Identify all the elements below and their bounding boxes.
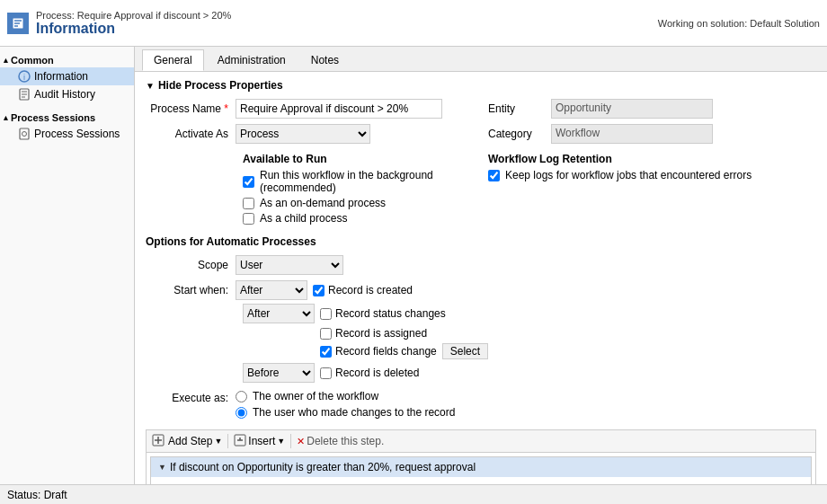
- checkbox-on-demand[interactable]: [243, 198, 254, 209]
- svg-rect-7: [20, 128, 29, 139]
- radio-owner-label: The owner of the workflow: [253, 390, 378, 402]
- condition-suffix: , then:: [402, 482, 431, 484]
- checkbox-keep-logs-label: Keep logs for workflow jobs that encount…: [505, 169, 751, 181]
- add-step-icon: [152, 434, 165, 448]
- condition-link[interactable]: Opportunity:Opportunity Discount (%) > […: [174, 482, 399, 484]
- category-label: Category: [488, 128, 551, 140]
- start-when-select-2[interactable]: After: [243, 304, 315, 323]
- entity-value: Opportunity: [551, 99, 713, 119]
- entity-label: Entity: [488, 102, 551, 115]
- sidebar-section-common: ▴ Common: [0, 52, 134, 67]
- section-collapse-icon: ▼: [146, 81, 155, 91]
- svg-text:i: i: [23, 73, 25, 82]
- insert-icon: [234, 434, 246, 448]
- process-name-input[interactable]: [236, 99, 442, 119]
- radio-owner[interactable]: [236, 391, 247, 402]
- process-subtitle: Process: Require Approval if discount > …: [36, 10, 658, 21]
- sidebar-section-process-sessions: ▴ Process Sessions: [0, 107, 134, 125]
- status-label: Status: Draft: [7, 489, 67, 501]
- tab-administration[interactable]: Administration: [206, 49, 298, 71]
- checkbox-fields-change-label: Record fields change: [335, 345, 437, 358]
- tab-general[interactable]: General: [142, 49, 204, 71]
- section-hide-process[interactable]: ▼ Hide Process Properties: [146, 79, 816, 92]
- checkbox-record-deleted-label: Record is deleted: [335, 367, 419, 379]
- step-header-label: If discount on Opportunity is greater th…: [170, 461, 476, 473]
- delete-icon: ✕: [297, 436, 305, 447]
- sessions-triangle-icon: ▴: [4, 113, 8, 122]
- checkbox-record-assigned[interactable]: [320, 328, 332, 340]
- checkbox-fields-change[interactable]: [320, 346, 332, 358]
- step-header-1[interactable]: ▼ If discount on Opportunity is greater …: [151, 457, 811, 477]
- tab-notes[interactable]: Notes: [299, 49, 351, 71]
- tab-bar: General Administration Notes: [135, 47, 827, 72]
- scope-select[interactable]: User Business Unit Parent: Child Busines…: [236, 255, 343, 275]
- delete-button[interactable]: Delete this step.: [307, 435, 384, 447]
- info-icon: i: [18, 70, 31, 83]
- section-title: Hide Process Properties: [158, 79, 283, 92]
- add-step-dropdown-icon[interactable]: ▼: [214, 437, 222, 446]
- available-to-run-label: Available to Run: [146, 153, 474, 165]
- step-item-1: ▼ If discount on Opportunity is greater …: [150, 456, 812, 484]
- checkbox-on-demand-label: As an on-demand process: [260, 197, 386, 209]
- start-when-select-5[interactable]: Before: [243, 363, 315, 383]
- audit-icon: [18, 88, 31, 101]
- content-area: General Administration Notes ▼ Hide Proc…: [135, 47, 827, 484]
- checkbox-child-process[interactable]: [243, 213, 254, 225]
- checkbox-record-created[interactable]: [313, 285, 325, 296]
- sidebar-item-audit-history[interactable]: Audit History: [0, 85, 134, 103]
- checkbox-record-assigned-label: Record is assigned: [335, 327, 427, 340]
- radio-user-label: The user who made changes to the record: [253, 406, 455, 419]
- checkbox-record-created-label: Record is created: [328, 284, 413, 296]
- steps-container: ▼ If discount on Opportunity is greater …: [146, 453, 816, 484]
- checkbox-status-changes-label: Record status changes: [335, 307, 446, 320]
- select-button[interactable]: Select: [442, 343, 488, 359]
- sidebar: ▴ Common i Information Audit History ▴ P…: [0, 47, 135, 484]
- solution-label: Working on solution: Default Solution: [658, 18, 820, 29]
- checkbox-run-background[interactable]: [243, 176, 254, 188]
- execute-as-label: Execute as:: [146, 390, 236, 404]
- insert-dropdown-icon[interactable]: ▼: [277, 437, 285, 446]
- step-triangle-icon: ▼: [158, 463, 166, 472]
- checkbox-keep-logs[interactable]: [488, 170, 500, 181]
- checkbox-record-deleted[interactable]: [320, 367, 332, 379]
- radio-user[interactable]: [236, 407, 247, 419]
- checkbox-status-changes[interactable]: [320, 308, 332, 320]
- svg-point-8: [22, 132, 27, 137]
- workflow-log-label: Workflow Log Retention: [488, 153, 816, 165]
- page-title: Information: [36, 21, 658, 37]
- checkbox-child-label: As a child process: [260, 212, 347, 225]
- step-toolbar: Add Step ▼ Insert ▼ ✕ Delete this step.: [146, 429, 816, 453]
- sessions-icon: [18, 128, 31, 140]
- sidebar-item-information[interactable]: i Information: [0, 67, 134, 85]
- options-label: Options for Automatic Processes: [146, 235, 816, 248]
- category-value: Workflow: [551, 124, 713, 144]
- form-panel: ▼ Hide Process Properties Process Name *: [135, 72, 827, 484]
- sidebar-item-label: Audit History: [34, 88, 95, 101]
- start-when-select-1[interactable]: After: [236, 280, 307, 300]
- insert-button[interactable]: Insert: [248, 435, 275, 447]
- activate-as-select[interactable]: Process Process Template: [236, 124, 370, 144]
- process-name-label: Process Name *: [146, 102, 236, 115]
- status-bar: Status: Draft: [0, 484, 827, 504]
- step-body-1: If Opportunity:Opportunity Discount (%) …: [151, 477, 811, 484]
- add-step-button[interactable]: Add Step: [168, 435, 212, 447]
- checkbox-run-background-label: Run this workflow in the background (rec…: [260, 169, 474, 194]
- activate-as-label: Activate As: [146, 128, 236, 140]
- common-triangle-icon: ▴: [4, 56, 8, 65]
- sidebar-item-label: Information: [34, 70, 88, 83]
- sidebar-item-process-sessions[interactable]: Process Sessions: [0, 125, 134, 143]
- scope-label: Scope: [146, 259, 236, 271]
- start-when-label: Start when:: [146, 284, 236, 296]
- condition-text-if: If: [165, 482, 174, 484]
- sidebar-item-label: Process Sessions: [34, 128, 120, 140]
